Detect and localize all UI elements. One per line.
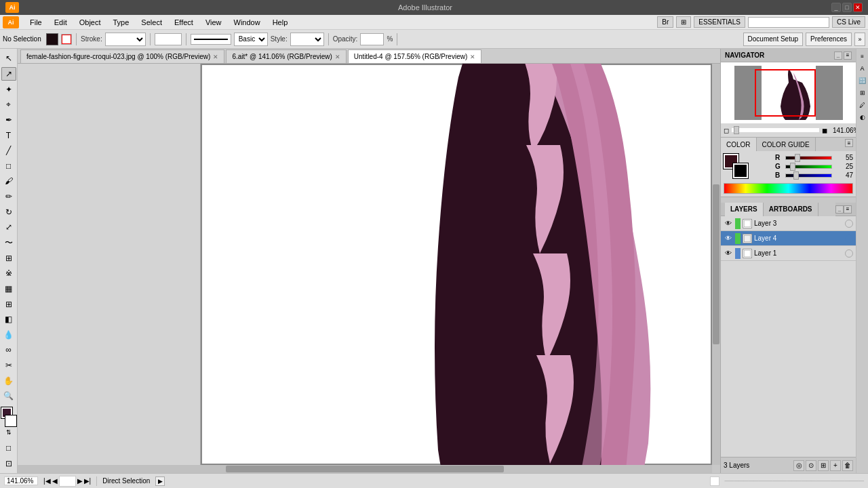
maximize-button[interactable]: □ xyxy=(842,3,852,12)
lasso-tool[interactable]: ⌖ xyxy=(1,98,16,112)
zoom-slider[interactable] xyxy=(732,128,819,132)
scale-tool[interactable]: ⤢ xyxy=(1,220,16,235)
layer-4-visibility[interactable]: 👁 xyxy=(724,234,733,243)
close-button[interactable]: ✕ xyxy=(853,3,863,12)
layers-minimize-btn[interactable]: _ xyxy=(835,205,844,214)
right-strip-icon-6[interactable]: ◐ xyxy=(858,113,867,122)
bridge-btn[interactable]: Br xyxy=(657,16,673,28)
make-clipping-btn[interactable]: ⊙ xyxy=(806,460,816,471)
mesh-tool[interactable]: ⊞ xyxy=(1,297,16,311)
page-input[interactable]: 1 xyxy=(59,476,76,487)
direct-selection-tool[interactable]: ↗ xyxy=(1,67,16,81)
new-layer-btn[interactable]: + xyxy=(830,460,841,471)
vertical-scrollbar[interactable] xyxy=(712,64,720,465)
g-slider[interactable] xyxy=(785,165,832,169)
color-menu-btn[interactable]: ≡ xyxy=(845,139,853,147)
menu-help[interactable]: Help xyxy=(267,17,294,28)
rotate-tool[interactable]: ↻ xyxy=(1,205,16,219)
minimize-button[interactable]: _ xyxy=(831,3,841,12)
page-prev-btn[interactable]: |◀ xyxy=(43,477,51,485)
r-slider[interactable] xyxy=(785,156,832,160)
selection-tool[interactable]: ↖ xyxy=(1,52,16,66)
eyedropper-tool[interactable]: 💧 xyxy=(1,328,16,342)
horizontal-scroll-thumb[interactable] xyxy=(226,466,504,472)
right-strip-icon-4[interactable]: ⊞ xyxy=(858,88,867,98)
pen-tool[interactable]: ✒ xyxy=(1,113,16,127)
menu-edit[interactable]: Edit xyxy=(49,17,73,28)
search-box[interactable] xyxy=(748,17,829,28)
locate-object-btn[interactable]: ◎ xyxy=(793,460,804,471)
tab-3[interactable]: Untitled-4 @ 157.56% (RGB/Preview) ✕ xyxy=(348,49,481,63)
menu-window[interactable]: Window xyxy=(229,17,266,28)
blend-tool[interactable]: ∞ xyxy=(1,343,16,357)
fill-swatch[interactable] xyxy=(46,33,58,45)
horizontal-scrollbar[interactable] xyxy=(18,465,712,473)
menu-type[interactable]: Type xyxy=(108,17,135,28)
page-prev-step-btn[interactable]: ◀ xyxy=(52,477,58,485)
page-next-btn[interactable]: ▶| xyxy=(84,477,92,485)
layer-3-target[interactable] xyxy=(845,220,853,228)
b-slider[interactable] xyxy=(785,174,832,178)
color-guide-tab[interactable]: COLOR GUIDE xyxy=(757,138,816,151)
menu-file[interactable]: File xyxy=(24,17,47,28)
fullscreen-btn[interactable]: ⊡ xyxy=(1,456,16,470)
navigator-menu-btn[interactable]: ≡ xyxy=(844,52,852,60)
layers-menu-btn[interactable]: ≡ xyxy=(844,205,852,214)
vertical-scroll-thumb[interactable] xyxy=(713,184,719,345)
page-next-step-btn[interactable]: ▶ xyxy=(77,477,83,485)
column-graph-tool[interactable]: ▦ xyxy=(1,282,16,296)
zoom-tool[interactable]: 🔍 xyxy=(1,389,16,403)
zoom-out-btn[interactable]: ◻ xyxy=(724,127,729,134)
layer-1-target[interactable] xyxy=(845,249,853,258)
panel-toggle-btn[interactable]: » xyxy=(854,33,865,46)
pencil-tool[interactable]: ✏ xyxy=(1,190,16,204)
artboards-tab[interactable]: ARTBOARDS xyxy=(764,203,818,216)
tab-1-close[interactable]: ✕ xyxy=(213,54,218,60)
menu-view[interactable]: View xyxy=(200,17,227,28)
hand-tool[interactable]: ✋ xyxy=(1,373,16,388)
layer-4-name[interactable]: Layer 4 xyxy=(754,235,843,242)
scissors-tool[interactable]: ✂ xyxy=(1,359,16,373)
zoom-display[interactable]: 141.06% xyxy=(4,476,38,485)
symbol-tool[interactable]: ※ xyxy=(1,266,16,281)
tab-3-close[interactable]: ✕ xyxy=(470,54,475,60)
layer-1-name[interactable]: Layer 1 xyxy=(754,249,843,257)
line-tool[interactable]: ╱ xyxy=(1,144,16,158)
workspace-selector[interactable]: ESSENTIALS xyxy=(694,16,745,28)
magic-wand-tool[interactable]: ✦ xyxy=(1,82,16,96)
free-transform-tool[interactable]: ⊞ xyxy=(1,251,16,265)
layers-tab[interactable]: LAYERS xyxy=(725,203,764,216)
zoom-in-btn[interactable]: ◼ xyxy=(822,127,827,134)
delete-layer-btn[interactable]: 🗑 xyxy=(842,460,853,471)
layer-3-visibility[interactable]: 👁 xyxy=(724,219,733,228)
stroke-style-select[interactable]: Basic xyxy=(234,33,268,46)
warp-tool[interactable]: 〜 xyxy=(1,236,16,250)
paintbrush-tool[interactable]: 🖌 xyxy=(1,174,16,188)
new-sublayer-btn[interactable]: ⊞ xyxy=(818,460,829,471)
tab-2[interactable]: 6.ait* @ 141.06% (RGB/Preview) ✕ xyxy=(226,49,346,63)
layer-3-name[interactable]: Layer 3 xyxy=(754,220,843,227)
tool-hint-btn[interactable]: ▶ xyxy=(155,476,165,486)
swap-colors-btn[interactable]: ⇅ xyxy=(6,429,12,436)
rectangle-tool[interactable]: □ xyxy=(1,159,16,173)
preferences-button[interactable]: Preferences xyxy=(806,33,852,46)
background-swatch[interactable] xyxy=(733,163,748,178)
style-select[interactable] xyxy=(290,33,324,46)
color-tab[interactable]: COLOR xyxy=(721,138,757,151)
type-tool[interactable]: T xyxy=(1,128,16,142)
navigator-minimize-btn[interactable]: _ xyxy=(834,52,842,60)
document-setup-button[interactable]: Document Setup xyxy=(743,33,804,46)
tab-2-close[interactable]: ✕ xyxy=(335,54,340,60)
artboard-mode-btn[interactable]: □ xyxy=(1,441,16,455)
background-color[interactable] xyxy=(5,415,16,426)
cs-live-btn[interactable]: CS Live xyxy=(832,16,865,28)
color-spectrum[interactable] xyxy=(724,183,853,194)
right-strip-icon-5[interactable]: 🖊 xyxy=(858,100,867,110)
stroke-weight-input[interactable] xyxy=(155,33,182,45)
menu-effect[interactable]: Effect xyxy=(169,17,199,28)
layer-4-target[interactable] xyxy=(845,235,853,243)
right-strip-icon-1[interactable]: ≡ xyxy=(858,52,867,61)
device-central-btn[interactable]: ⊞ xyxy=(676,16,691,28)
opacity-input[interactable]: 100 xyxy=(360,33,384,45)
gradient-tool[interactable]: ◧ xyxy=(1,312,16,327)
